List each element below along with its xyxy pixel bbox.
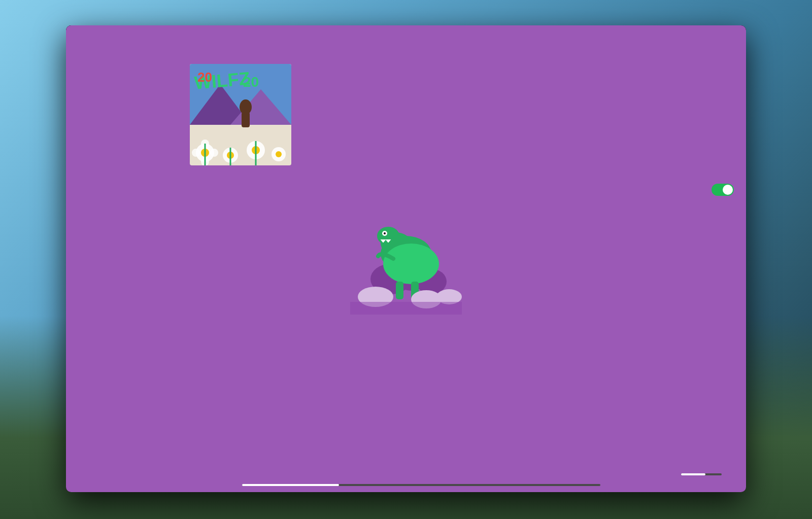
svg-text:20: 20 <box>243 74 259 90</box>
album-art-dinosaur <box>66 336 178 447</box>
progress-bar[interactable] <box>242 484 600 486</box>
playlist-cover: WILFZ 20 20 <box>190 64 291 165</box>
progress-fill <box>242 484 339 486</box>
sidebar-album-art <box>66 336 178 447</box>
svg-point-38 <box>276 151 282 157</box>
svg-text:20: 20 <box>197 70 212 85</box>
svg-rect-27 <box>242 112 250 127</box>
main-window: ‹ › 🔍 Tetyana ✓ <box>66 25 746 492</box>
main-area: Home Browse <box>66 52 746 456</box>
sidebar: Home Browse <box>66 52 178 456</box>
volume-bar[interactable] <box>681 473 722 475</box>
downloading-toggle[interactable] <box>712 184 734 196</box>
svg-point-42 <box>210 149 218 157</box>
svg-point-41 <box>192 149 200 157</box>
volume-fill <box>681 473 705 475</box>
toggle-knob <box>723 185 733 195</box>
